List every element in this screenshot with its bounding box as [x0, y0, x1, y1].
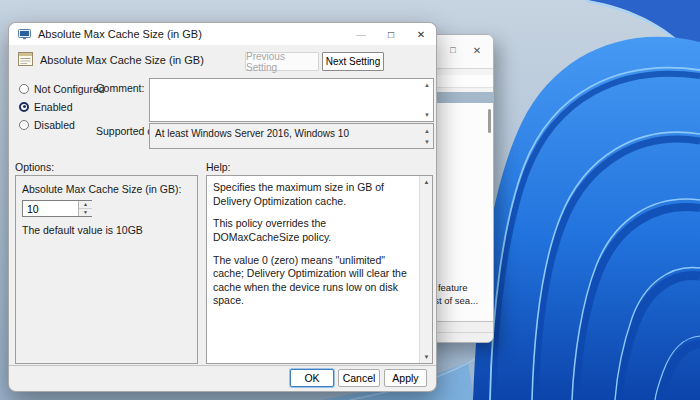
apply-button[interactable]: Apply [384, 369, 427, 387]
radio-label: Not Configured [34, 83, 105, 95]
help-paragraph: The value 0 (zero) means "unlimited" cac… [213, 254, 415, 309]
spin-up-icon[interactable]: ▲ [79, 201, 92, 209]
scroll-up-icon[interactable]: ▲ [420, 176, 433, 188]
scroll-down-icon[interactable]: ▼ [420, 351, 433, 363]
radio-label: Disabled [34, 119, 75, 131]
supported-on-value: At least Windows Server 2016, Windows 10 [155, 128, 349, 139]
cancel-button[interactable]: Cancel [338, 369, 380, 387]
scroll-down-icon[interactable]: ▼ [424, 112, 430, 118]
help-paragraph: Specifies the maximum size in GB of Deli… [213, 181, 415, 208]
next-setting-button[interactable]: Next Setting [322, 52, 384, 71]
bg-maximize-icon[interactable]: □ [445, 42, 461, 58]
radio-disabled[interactable]: Disabled [19, 118, 75, 131]
radio-not-configured[interactable]: Not Configured [19, 82, 105, 95]
spinner-buttons: ▲ ▼ [78, 201, 91, 216]
radio-enabled[interactable]: Enabled [19, 100, 73, 113]
help-text: Specifies the maximum size in GB of Deli… [207, 176, 419, 363]
cache-size-spinner: ▲ ▼ [22, 200, 92, 217]
default-value-hint: The default value is 10GB [22, 224, 143, 236]
options-label: Options: [15, 161, 54, 173]
setting-document-icon [18, 52, 33, 66]
supported-on-box: At least Windows Server 2016, Windows 10… [149, 123, 434, 149]
bg-partial-text-2: list of sea... [430, 295, 492, 306]
policy-setting-dialog: Absolute Max Cache Size (in GB) — □ ✕ Ab… [8, 22, 437, 392]
policy-monitor-icon [18, 29, 31, 40]
bg-close-icon[interactable]: ✕ [469, 42, 485, 58]
bg-scrollbar-thumb[interactable] [488, 109, 491, 133]
help-scrollbar[interactable]: ▲ ▼ [419, 176, 432, 363]
cache-size-input[interactable] [23, 201, 78, 216]
close-icon[interactable]: ✕ [406, 23, 436, 45]
spin-down-icon[interactable]: ▼ [79, 209, 92, 217]
ok-button[interactable]: OK [290, 369, 334, 387]
button-separator [9, 365, 436, 366]
help-panel: Specifies the maximum size in GB of Deli… [206, 175, 433, 364]
radio-circle-icon [19, 120, 29, 130]
options-panel: Absolute Max Cache Size (in GB): ▲ ▼ The… [15, 175, 198, 364]
scroll-down-icon[interactable]: ▼ [424, 139, 430, 145]
setting-name: Absolute Max Cache Size (in GB) [40, 54, 204, 66]
maximize-icon[interactable]: □ [376, 23, 406, 45]
dialog-title: Absolute Max Cache Size (in GB) [38, 28, 346, 40]
bg-partial-text-1: a feature [430, 282, 492, 293]
dialog-titlebar[interactable]: Absolute Max Cache Size (in GB) — □ ✕ [9, 23, 436, 45]
scroll-up-icon[interactable]: ▲ [424, 82, 430, 88]
help-paragraph: This policy overrides the DOMaxCacheSize… [213, 217, 415, 244]
radio-label: Enabled [34, 101, 73, 113]
cache-size-field-label: Absolute Max Cache Size (in GB): [22, 183, 181, 195]
radio-selected-icon [19, 102, 29, 112]
comment-textarea[interactable]: ▲ ▼ [149, 78, 434, 122]
minimize-icon[interactable]: — [346, 23, 376, 45]
comment-label: Comment: [96, 82, 144, 94]
radio-circle-icon [19, 84, 29, 94]
previous-setting-button[interactable]: Previous Setting [245, 52, 319, 71]
help-label: Help: [206, 161, 231, 173]
scroll-up-icon[interactable]: ▲ [424, 128, 430, 134]
